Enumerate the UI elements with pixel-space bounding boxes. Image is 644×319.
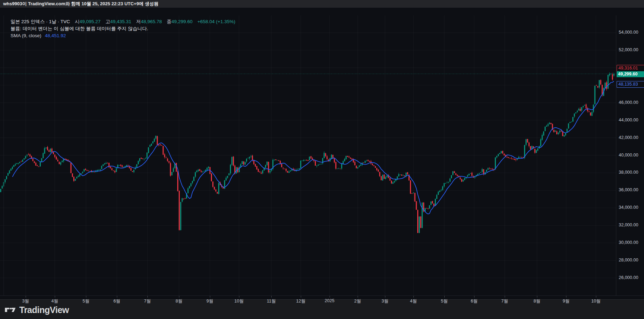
chart-region: 일본 225 인덱스 · 1날 · TVC 시49,095.27 고49,435… <box>0 8 644 299</box>
x-axis-tick <box>271 296 272 298</box>
x-axis-label: 8월 <box>175 298 182 304</box>
x-axis-label: 3월 <box>381 298 388 304</box>
x-axis-label: 10월 <box>591 298 600 304</box>
attribution-bar: whs9903이 TradingView.com와 함께 10월 25, 202… <box>0 0 644 8</box>
y-axis-label: 44,000.00 <box>619 118 638 122</box>
low-label: 저 <box>136 19 141 24</box>
x-axis-tick <box>566 296 566 298</box>
y-axis-label: 30,000.00 <box>619 240 638 245</box>
x-axis-tick <box>358 296 358 298</box>
x-axis-label: 3월 <box>22 298 29 304</box>
x-axis-label: 9월 <box>206 298 213 304</box>
x-axis-label: 7월 <box>501 298 508 304</box>
x-axis-label: 12월 <box>296 298 305 304</box>
x-axis-label: 4월 <box>410 298 417 304</box>
y-axis-label: 38,000.00 <box>619 170 638 175</box>
x-axis-tick <box>55 296 55 298</box>
x-axis-label: 2월 <box>354 298 361 304</box>
sma-price-label: 48,135.83 <box>617 81 644 88</box>
high-value: 49,435.31 <box>110 19 131 24</box>
x-axis-tick <box>86 296 86 298</box>
high-label: 고 <box>105 19 110 24</box>
time-axis-separator <box>0 295 644 296</box>
symbol-title: 일본 225 인덱스 · 1날 · TVC <box>11 19 70 24</box>
y-axis-label: 28,000.00 <box>619 258 638 262</box>
legend-volume-row: 볼륨: 데이터 벤더는 이 심볼에 대한 볼륨 데이터를 주지 않습니다. <box>11 25 235 32</box>
sma-value: 48,451.92 <box>45 33 66 38</box>
volume-note: 볼륨: 데이터 벤더는 이 심볼에 대한 볼륨 데이터를 주지 않습니다. <box>11 26 148 31</box>
x-axis-label: 11월 <box>267 298 275 304</box>
plot-left-border <box>4 15 4 295</box>
x-axis-tick <box>596 296 596 298</box>
chart-legend: 일본 225 인덱스 · 1날 · TVC 시49,095.27 고49,435… <box>11 18 235 39</box>
low-value: 48,965.78 <box>141 19 162 24</box>
tradingview-logo-icon <box>5 305 16 315</box>
price-chart-svg <box>0 15 616 295</box>
sma-label: SMA (9, close) <box>11 33 41 38</box>
high-alert-price-label: 49,316.01 <box>617 65 644 72</box>
open-label: 시 <box>75 19 80 24</box>
close-label: 종 <box>167 19 172 24</box>
y-axis-label: 26,000.00 <box>619 275 638 280</box>
x-axis-tick <box>26 296 26 298</box>
last-price-label: 49,299.60 <box>617 71 644 77</box>
attribution-text: whs9903이 TradingView.com와 함께 10월 25, 202… <box>3 1 159 6</box>
x-axis-label: 6월 <box>113 298 120 304</box>
x-axis-tick <box>385 296 385 298</box>
x-axis-label: 8월 <box>533 298 540 304</box>
y-axis-label: 36,000.00 <box>619 187 638 192</box>
close-value: 49,299.60 <box>172 19 193 24</box>
x-axis-label: 10월 <box>234 298 244 304</box>
x-axis-label: 5월 <box>82 298 89 304</box>
x-axis-tick <box>537 296 537 298</box>
x-axis-label: 2025 <box>325 298 334 303</box>
x-axis-tick <box>505 296 505 298</box>
legend-symbol-row: 일본 225 인덱스 · 1날 · TVC 시49,095.27 고49,435… <box>11 18 235 25</box>
legend-sma-row: SMA (9, close)48,451.92 <box>11 32 235 39</box>
y-axis-label: 46,000.00 <box>619 100 638 105</box>
y-axis-label: 32,000.00 <box>619 222 638 227</box>
x-axis-tick <box>330 296 330 298</box>
x-axis-label: 9월 <box>563 298 569 304</box>
x-axis-label: 6월 <box>471 298 477 304</box>
price-axis-separator <box>616 15 616 295</box>
x-axis-tick <box>239 296 239 298</box>
y-axis-label: 34,000.00 <box>619 205 638 210</box>
x-axis-tick <box>210 296 210 298</box>
x-axis-label: 4월 <box>51 298 58 304</box>
tradingview-brand: TradingView <box>5 305 69 315</box>
sma-line <box>12 81 614 214</box>
y-axis-label: 40,000.00 <box>619 153 638 158</box>
change-value: +658.04 (+1.35%) <box>197 19 235 24</box>
x-axis-tick <box>117 296 117 298</box>
x-axis-label: 5월 <box>441 298 447 304</box>
x-axis-tick <box>474 296 474 298</box>
grid <box>0 15 616 295</box>
open-value: 49,095.27 <box>80 19 101 24</box>
y-axis-label: 52,000.00 <box>619 47 638 52</box>
x-axis-tick <box>179 296 179 298</box>
x-axis-tick <box>444 296 445 298</box>
x-axis-tick <box>413 296 414 298</box>
y-axis-label: 42,000.00 <box>619 135 638 140</box>
candlestick-series <box>0 72 615 233</box>
x-axis-tick <box>301 296 301 298</box>
footer-bar: TradingView <box>0 299 644 319</box>
y-axis-label: 54,000.00 <box>619 30 638 35</box>
x-axis-tick <box>147 296 148 298</box>
tradingview-wordmark: TradingView <box>19 305 69 315</box>
x-axis-label: 7월 <box>144 298 151 304</box>
